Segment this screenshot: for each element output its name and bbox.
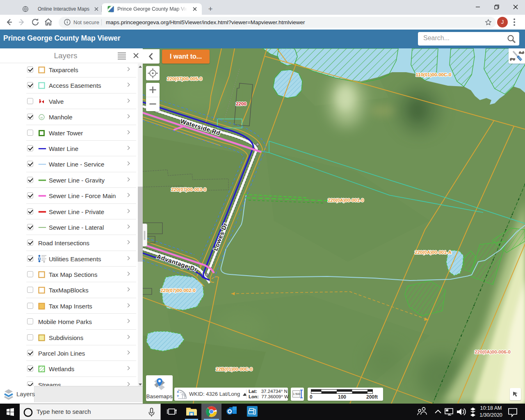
svg-text:w: w <box>40 116 43 119</box>
svg-text:110(01)00-00C-0: 110(01)00-00C-0 <box>416 72 452 77</box>
svg-text:2200: 2200 <box>236 101 247 106</box>
svg-text:220(0A)00-006-0: 220(0A)00-006-0 <box>475 349 511 354</box>
svg-text:220(07)00-002-0: 220(07)00-002-0 <box>160 288 196 293</box>
svg-text:X: X <box>177 390 179 394</box>
svg-text:220(07)00-003-0: 220(07)00-003-0 <box>171 187 206 192</box>
svg-text:Y: Y <box>177 394 179 398</box>
svg-text:220(0A)00-001-A: 220(0A)00-001-A <box>415 250 452 255</box>
svg-text:220(07)00-005-0: 220(07)00-005-0 <box>167 76 202 81</box>
svg-text:220(0A)00-001-0: 220(0A)00-001-0 <box>328 198 364 203</box>
svg-text:22B(01)00-00C-0: 22B(01)00-00C-0 <box>216 367 253 372</box>
